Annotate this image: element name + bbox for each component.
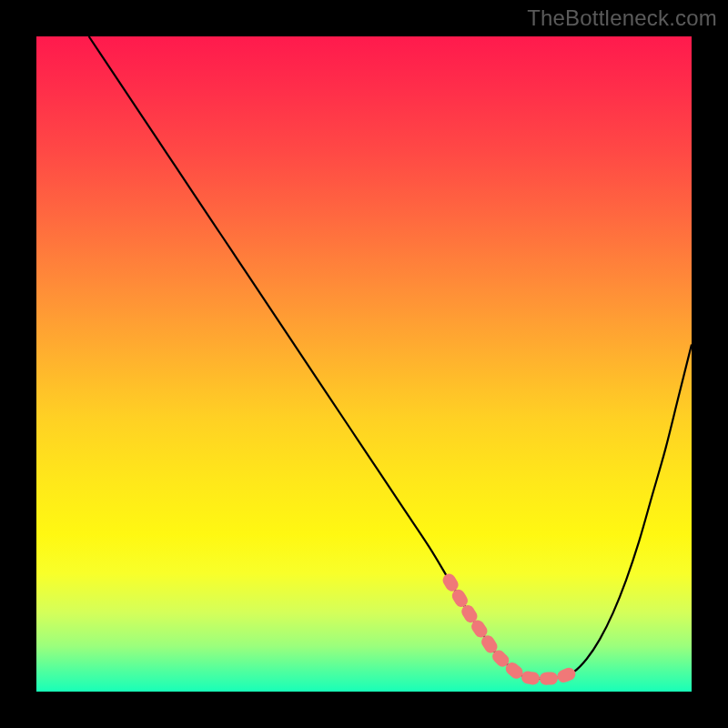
watermark-text: TheBottleneck.com	[527, 5, 717, 31]
chart-svg	[36, 36, 692, 692]
chart-area	[36, 36, 692, 692]
optimal-range-markers	[450, 581, 574, 679]
bottleneck-curve-line	[89, 36, 692, 679]
